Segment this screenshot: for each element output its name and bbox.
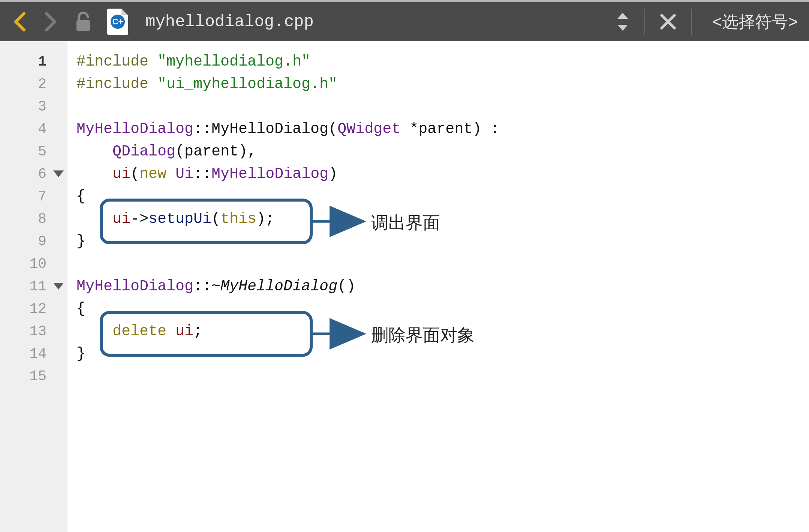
code-token: { — [76, 300, 85, 317]
line-number: 5 — [0, 140, 67, 163]
code-token: { — [76, 188, 85, 205]
cpp-file-icon: C+ — [107, 9, 128, 35]
code-token — [166, 166, 175, 182]
code-token: Ui — [175, 166, 193, 182]
code-line[interactable] — [67, 95, 809, 118]
svg-marker-1 — [617, 13, 628, 19]
code-line[interactable] — [67, 253, 809, 275]
code-token: delete — [112, 323, 166, 340]
code-token — [76, 323, 112, 340]
code-token: *parent) : — [400, 121, 499, 137]
code-line[interactable]: #include "myhellodialog.h" — [67, 50, 809, 73]
code-token: :: — [193, 166, 211, 182]
fold-toggle-icon[interactable] — [53, 283, 64, 290]
code-token: ::MyHelloDialog( — [193, 121, 337, 137]
line-number: 2 — [0, 73, 67, 95]
code-token: setupUi — [148, 211, 211, 227]
line-number: 1 — [0, 50, 67, 73]
code-line[interactable]: { — [67, 185, 809, 208]
code-line[interactable] — [67, 365, 809, 387]
code-line[interactable]: ui(new Ui::MyHelloDialog) — [67, 163, 809, 185]
line-number: 14 — [0, 342, 67, 365]
code-line[interactable]: QDialog(parent), — [67, 140, 809, 163]
forward-icon[interactable] — [42, 10, 59, 33]
toolbar-separator — [691, 9, 692, 35]
code-token: "ui_myhellodialog.h" — [157, 76, 337, 93]
code-line[interactable]: { — [67, 297, 809, 320]
code-token: ( — [211, 211, 220, 227]
code-editor: 123456789101112131415 调出界面 删除界面对象 #inclu… — [0, 41, 809, 532]
editor-toolbar: C+ myhellodialog.cpp <选择符号> — [0, 0, 809, 41]
line-number: 3 — [0, 95, 67, 118]
code-token: ui — [112, 211, 130, 227]
fold-toggle-icon[interactable] — [53, 170, 64, 177]
code-token — [166, 323, 175, 340]
code-token: "myhellodialog.h" — [157, 53, 310, 70]
code-token: this — [220, 211, 256, 227]
code-token — [76, 166, 112, 182]
line-number: 15 — [0, 365, 67, 387]
open-file-name[interactable]: myhellodialog.cpp — [145, 12, 314, 31]
annotation-text-deleteui: 删除界面对象 — [371, 324, 475, 347]
code-token: () — [337, 278, 355, 295]
code-token: ui — [175, 323, 193, 340]
code-area[interactable]: 调出界面 删除界面对象 #include "myhellodialog.h"#i… — [67, 41, 809, 532]
code-token: } — [76, 345, 85, 362]
code-token: } — [76, 233, 85, 250]
code-token: ( — [130, 166, 139, 182]
line-number-gutter: 123456789101112131415 — [0, 41, 67, 532]
code-token: ) — [328, 166, 337, 182]
code-token: ::~ — [193, 278, 220, 295]
stepper-icon[interactable] — [614, 10, 631, 33]
line-number: 9 — [0, 230, 67, 253]
code-token: MyHelloDialog — [211, 166, 328, 182]
code-token: MyHelloDialog — [220, 278, 337, 295]
symbol-picker[interactable]: <选择符号> — [713, 11, 798, 33]
unlock-icon[interactable] — [73, 10, 94, 33]
line-number: 4 — [0, 118, 67, 140]
code-token — [76, 143, 112, 160]
code-line[interactable]: #include "ui_myhellodialog.h" — [67, 73, 809, 95]
code-line[interactable]: MyHelloDialog::~MyHelloDialog() — [67, 275, 809, 297]
line-number: 7 — [0, 185, 67, 208]
code-token — [76, 211, 112, 227]
line-number: 11 — [0, 275, 67, 297]
code-token: MyHelloDialog — [76, 278, 193, 295]
code-token: ui — [112, 166, 130, 182]
line-number: 10 — [0, 253, 67, 275]
code-token: #include — [76, 76, 157, 93]
toolbar-separator — [644, 9, 645, 35]
code-token: (parent), — [175, 143, 256, 160]
code-token: -> — [130, 211, 148, 227]
svg-rect-0 — [76, 20, 90, 31]
annotation-text-setupui: 调出界面 — [371, 211, 440, 235]
line-number: 13 — [0, 320, 67, 342]
code-line[interactable]: MyHelloDialog::MyHelloDialog(QWidget *pa… — [67, 118, 809, 140]
code-token: ); — [256, 211, 274, 227]
code-token: #include — [76, 53, 157, 70]
svg-marker-2 — [617, 25, 628, 31]
line-number: 6 — [0, 163, 67, 185]
code-token: ; — [193, 323, 202, 340]
code-token: new — [139, 166, 166, 182]
code-token: QDialog — [112, 143, 175, 160]
line-number: 8 — [0, 208, 67, 230]
back-icon[interactable] — [11, 10, 28, 33]
close-icon[interactable] — [659, 12, 677, 31]
code-token: MyHelloDialog — [76, 121, 193, 137]
code-token: QWidget — [337, 121, 400, 137]
line-number: 12 — [0, 297, 67, 320]
